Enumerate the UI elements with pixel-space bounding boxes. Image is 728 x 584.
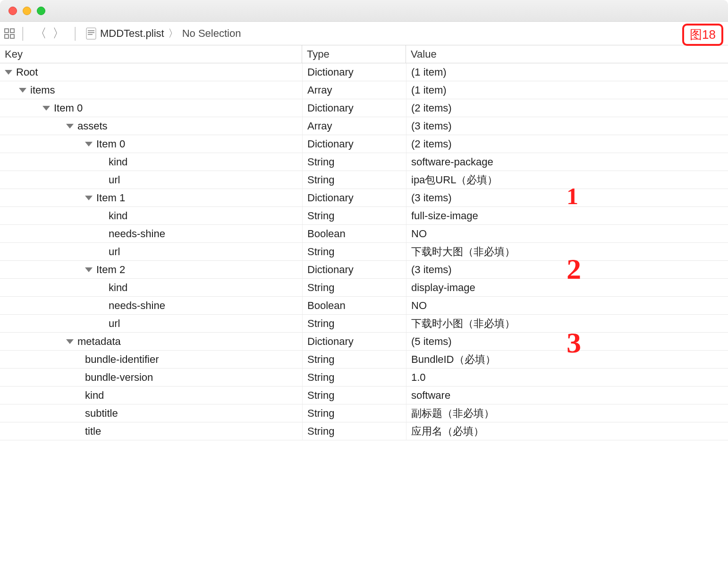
key-cell[interactable]: Item 2 [0, 264, 302, 276]
type-cell[interactable]: String [302, 369, 406, 386]
table-row[interactable]: itemsArray(1 item) [0, 81, 728, 99]
table-row[interactable]: RootDictionary(1 item) [0, 63, 728, 81]
key-cell[interactable]: Root [0, 66, 302, 78]
key-cell[interactable]: kind [0, 156, 302, 168]
related-items-icon[interactable] [4, 28, 15, 39]
type-cell[interactable]: Boolean [302, 297, 406, 314]
disclosure-triangle-icon[interactable] [5, 70, 12, 75]
zoom-window-button[interactable] [37, 7, 45, 15]
type-cell[interactable]: Dictionary [302, 333, 406, 350]
key-cell[interactable]: Item 0 [0, 138, 302, 150]
type-cell[interactable]: Dictionary [302, 99, 406, 117]
table-row[interactable]: Item 2Dictionary(3 items) [0, 261, 728, 279]
table-row[interactable]: titleString应用名（必填） [0, 422, 728, 440]
key-cell[interactable]: url [0, 318, 302, 330]
type-cell[interactable]: String [302, 386, 406, 404]
value-cell[interactable]: 下载时小图（非必填） [406, 315, 728, 332]
value-cell[interactable]: (1 item) [406, 63, 728, 81]
table-row[interactable]: metadataDictionary(5 items) [0, 333, 728, 351]
table-row[interactable]: needs-shineBooleanNO [0, 225, 728, 243]
value-cell[interactable]: 1.0 [406, 369, 728, 386]
value-cell[interactable]: (3 items) [406, 261, 728, 278]
key-cell[interactable]: title [0, 425, 302, 438]
disclosure-triangle-icon[interactable] [66, 339, 74, 344]
breadcrumb-file[interactable]: MDDTest.plist [100, 27, 164, 40]
nav-back-button[interactable]: 〈 [32, 25, 50, 42]
table-row[interactable]: bundle-versionString1.0 [0, 369, 728, 386]
table-row[interactable]: kindStringdisplay-image [0, 279, 728, 297]
key-cell[interactable]: items [0, 84, 302, 96]
type-cell[interactable]: Dictionary [302, 63, 406, 81]
key-cell[interactable]: Item 1 [0, 192, 302, 204]
type-cell[interactable]: Array [302, 81, 406, 99]
type-cell[interactable]: String [302, 279, 406, 296]
value-cell[interactable]: NO [406, 297, 728, 314]
table-row[interactable]: urlString下载时大图（非必填） [0, 243, 728, 261]
table-row[interactable]: subtitleString副标题（非必填） [0, 404, 728, 422]
value-cell[interactable]: BundleID（必填） [406, 351, 728, 368]
column-header-type[interactable]: Type [302, 45, 406, 63]
value-cell[interactable]: (3 items) [406, 189, 728, 206]
type-cell[interactable]: String [302, 153, 406, 171]
value-cell[interactable]: display-image [406, 279, 728, 296]
type-cell[interactable]: String [302, 351, 406, 368]
table-row[interactable]: kindStringfull-size-image [0, 207, 728, 225]
disclosure-triangle-icon[interactable] [42, 106, 50, 111]
column-header-value[interactable]: Value [406, 45, 728, 63]
type-cell[interactable]: String [302, 315, 406, 332]
type-cell[interactable]: Dictionary [302, 189, 406, 206]
value-cell[interactable]: (5 items) [406, 333, 728, 350]
value-cell[interactable]: ipa包URL（必填） [406, 171, 728, 189]
value-cell[interactable]: (3 items) [406, 117, 728, 135]
value-cell[interactable]: 副标题（非必填） [406, 404, 728, 422]
type-cell[interactable]: String [302, 422, 406, 440]
table-row[interactable]: needs-shineBooleanNO [0, 297, 728, 315]
disclosure-triangle-icon[interactable] [19, 88, 26, 93]
table-row[interactable]: urlStringipa包URL（必填） [0, 171, 728, 189]
column-header-key[interactable]: Key [0, 45, 302, 63]
disclosure-triangle-icon[interactable] [85, 196, 93, 200]
key-cell[interactable]: kind [0, 210, 302, 222]
value-cell[interactable]: software [406, 386, 728, 404]
value-cell[interactable]: full-size-image [406, 207, 728, 224]
value-cell[interactable]: (1 item) [406, 81, 728, 99]
value-cell[interactable]: (2 items) [406, 99, 728, 117]
type-cell[interactable]: Boolean [302, 225, 406, 242]
key-cell[interactable]: kind [0, 282, 302, 294]
disclosure-triangle-icon[interactable] [85, 142, 93, 146]
key-cell[interactable]: kind [0, 389, 302, 402]
table-row[interactable]: assetsArray(3 items) [0, 117, 728, 135]
disclosure-triangle-icon[interactable] [66, 124, 74, 129]
table-row[interactable]: kindStringsoftware-package [0, 153, 728, 171]
key-cell[interactable]: url [0, 246, 302, 258]
type-cell[interactable]: String [302, 207, 406, 224]
value-cell[interactable]: (2 items) [406, 135, 728, 153]
key-cell[interactable]: assets [0, 120, 302, 132]
type-cell[interactable]: String [302, 243, 406, 260]
table-row[interactable]: kindStringsoftware [0, 386, 728, 404]
key-cell[interactable]: Item 0 [0, 102, 302, 114]
key-cell[interactable]: bundle-version [0, 371, 302, 384]
key-cell[interactable]: bundle-identifier [0, 353, 302, 366]
table-row[interactable]: Item 0Dictionary(2 items) [0, 135, 728, 153]
value-cell[interactable]: 下载时大图（非必填） [406, 243, 728, 260]
value-cell[interactable]: software-package [406, 153, 728, 171]
nav-forward-button[interactable]: 〉 [50, 25, 68, 42]
value-cell[interactable]: NO [406, 225, 728, 242]
type-cell[interactable]: String [302, 404, 406, 422]
minimize-window-button[interactable] [23, 7, 31, 15]
type-cell[interactable]: String [302, 171, 406, 189]
key-cell[interactable]: url [0, 174, 302, 186]
type-cell[interactable]: Array [302, 117, 406, 135]
key-cell[interactable]: needs-shine [0, 228, 302, 240]
type-cell[interactable]: Dictionary [302, 135, 406, 153]
table-row[interactable]: urlString下载时小图（非必填） [0, 315, 728, 333]
value-cell[interactable]: 应用名（必填） [406, 422, 728, 440]
type-cell[interactable]: Dictionary [302, 261, 406, 278]
table-row[interactable]: bundle-identifierStringBundleID（必填） [0, 351, 728, 369]
key-cell[interactable]: subtitle [0, 407, 302, 420]
close-window-button[interactable] [8, 7, 17, 15]
key-cell[interactable]: needs-shine [0, 300, 302, 312]
key-cell[interactable]: metadata [0, 335, 302, 348]
table-row[interactable]: Item 0Dictionary(2 items) [0, 99, 728, 117]
